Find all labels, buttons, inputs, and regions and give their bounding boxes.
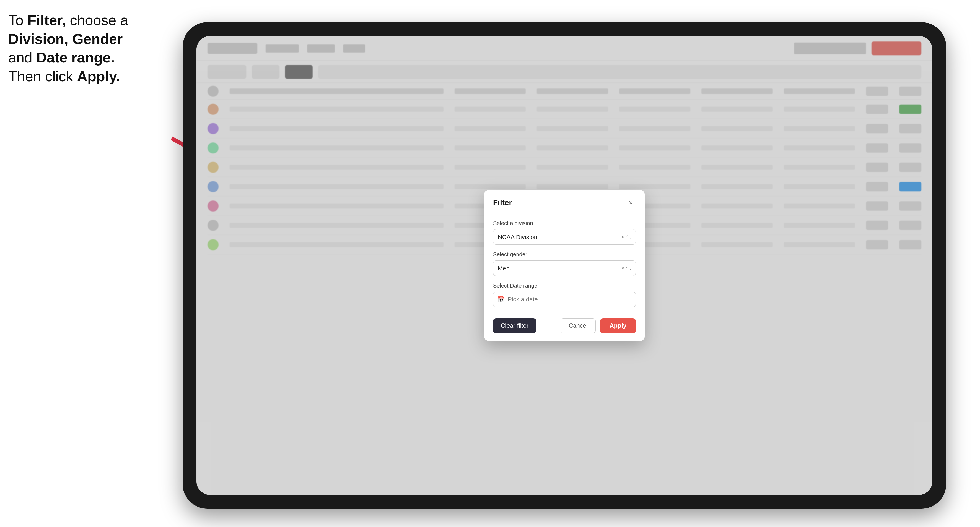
division-select-wrapper: NCAA Division I NCAA Division II NCAA Di… bbox=[493, 229, 636, 245]
tablet-screen: Filter × Select a division NCAA Division… bbox=[196, 36, 932, 495]
modal-title: Filter bbox=[493, 198, 512, 207]
gender-form-group: Select gender Men Women Mixed × ⌃⌄ bbox=[493, 251, 636, 276]
apply-button[interactable]: Apply bbox=[600, 318, 636, 333]
tablet-frame: Filter × Select a division NCAA Division… bbox=[183, 22, 946, 509]
instruction-line3: and bbox=[8, 49, 36, 65]
date-input-wrapper: 📅 bbox=[493, 292, 636, 307]
modal-overlay: Filter × Select a division NCAA Division… bbox=[196, 36, 932, 495]
division-form-group: Select a division NCAA Division I NCAA D… bbox=[493, 220, 636, 245]
close-icon: × bbox=[629, 199, 633, 206]
cancel-button[interactable]: Cancel bbox=[560, 318, 595, 333]
instruction-division-bold: Division, Gender bbox=[8, 31, 123, 47]
gender-select-wrapper: Men Women Mixed × ⌃⌄ bbox=[493, 260, 636, 276]
modal-close-button[interactable]: × bbox=[626, 198, 636, 208]
division-label: Select a division bbox=[493, 220, 636, 227]
gender-label: Select gender bbox=[493, 251, 636, 258]
date-range-label: Select Date range bbox=[493, 283, 636, 289]
filter-modal: Filter × Select a division NCAA Division… bbox=[484, 190, 645, 341]
instruction-filter-bold: Filter, bbox=[27, 12, 66, 28]
division-clear-icon[interactable]: × bbox=[621, 234, 624, 240]
instruction-daterange-bold: Date range. bbox=[36, 49, 115, 65]
instruction-line4: Then click bbox=[8, 68, 77, 84]
modal-footer: Clear filter Cancel Apply bbox=[484, 314, 645, 341]
division-select[interactable]: NCAA Division I NCAA Division II NCAA Di… bbox=[493, 229, 636, 245]
instruction-panel: To Filter, choose a Division, Gender and… bbox=[8, 11, 169, 86]
date-range-form-group: Select Date range 📅 bbox=[493, 283, 636, 307]
instruction-line1: To bbox=[8, 12, 27, 28]
date-range-input[interactable] bbox=[493, 292, 636, 307]
gender-select[interactable]: Men Women Mixed bbox=[493, 260, 636, 276]
modal-header: Filter × bbox=[484, 190, 645, 213]
instruction-apply-bold: Apply. bbox=[77, 68, 120, 84]
modal-body: Select a division NCAA Division I NCAA D… bbox=[484, 213, 645, 314]
clear-filter-button[interactable]: Clear filter bbox=[493, 318, 536, 333]
instruction-line1b: choose a bbox=[66, 12, 128, 28]
modal-footer-right: Cancel Apply bbox=[560, 318, 636, 333]
gender-clear-icon[interactable]: × bbox=[621, 265, 624, 271]
